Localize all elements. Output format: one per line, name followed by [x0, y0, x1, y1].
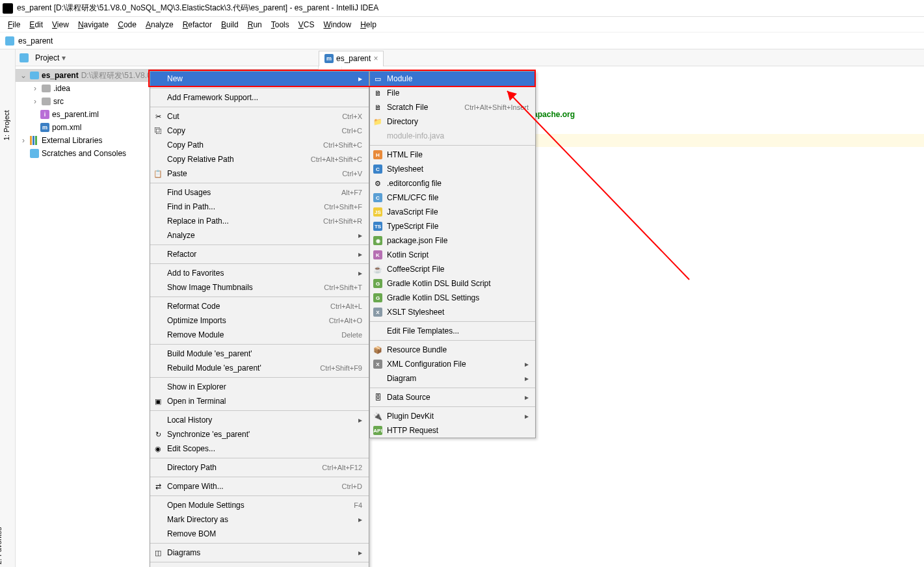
- editor-tab[interactable]: m es_parent ×: [319, 51, 384, 66]
- menu-item[interactable]: ◉Edit Scopes...: [150, 442, 369, 456]
- menu-item[interactable]: ↻Synchronize 'es_parent': [150, 427, 369, 442]
- menu-item[interactable]: Mark Directory as▸: [150, 512, 369, 527]
- menu-item[interactable]: ◫Diagrams▸: [150, 546, 369, 560]
- menu-item[interactable]: Find in Path...Ctrl+Shift+F: [150, 200, 369, 214]
- menu-item-label: Find in Path...: [167, 202, 215, 211]
- menu-edit[interactable]: Edit: [25, 19, 47, 31]
- menu-item-label: .editorconfig file: [387, 179, 442, 188]
- menu-item[interactable]: 🗎File: [370, 86, 535, 100]
- menu-item[interactable]: Copy Relative PathCtrl+Alt+Shift+C: [150, 152, 369, 166]
- menu-item-icon: 📋: [153, 169, 163, 178]
- menu-shortcut: Ctrl+D: [323, 482, 362, 490]
- menu-item[interactable]: Replace in Path...Ctrl+Shift+R: [150, 214, 369, 228]
- submenu-arrow-icon: ▸: [345, 269, 362, 278]
- menu-item[interactable]: Rebuild Module 'es_parent'Ctrl+Shift+F9: [150, 361, 369, 375]
- menu-item[interactable]: ⿻CopyCtrl+C: [150, 124, 369, 138]
- menu-help[interactable]: Help: [356, 19, 380, 31]
- menu-item[interactable]: KKotlin Script: [370, 248, 535, 262]
- menu-analyze[interactable]: Analyze: [142, 19, 178, 31]
- menu-item[interactable]: Local History▸: [150, 413, 369, 427]
- menu-navigate[interactable]: Navigate: [74, 19, 112, 31]
- menu-tools[interactable]: Tools: [267, 19, 293, 31]
- context-menu[interactable]: New▸Add Framework Support...✂CutCtrl+X⿻C…: [150, 71, 369, 567]
- project-panel-title[interactable]: Project: [35, 53, 59, 62]
- menu-item[interactable]: Remove ModuleDelete: [150, 328, 369, 342]
- menu-item-icon: TS: [373, 222, 382, 231]
- menu-item[interactable]: New▸: [150, 72, 369, 86]
- menu-item[interactable]: Show in Explorer: [150, 380, 369, 394]
- new-submenu[interactable]: ▭Module🗎File🗎Scratch FileCtrl+Alt+Shift+…: [369, 71, 536, 438]
- menu-item[interactable]: Build Module 'es_parent': [150, 347, 369, 361]
- chevron-right-icon[interactable]: ›: [31, 97, 39, 106]
- menu-vcs[interactable]: VCS: [295, 19, 319, 31]
- menu-item[interactable]: XXSLT Stylesheet: [370, 305, 535, 319]
- menu-item[interactable]: ▭Module: [370, 72, 535, 86]
- menu-item[interactable]: CCFML/CFC file: [370, 191, 535, 205]
- menu-item[interactable]: TSTypeScript File: [370, 219, 535, 233]
- menu-item[interactable]: ⇄Compare With...Ctrl+D: [150, 479, 369, 494]
- menu-run[interactable]: Run: [244, 19, 266, 31]
- menu-item[interactable]: 🗎Scratch FileCtrl+Alt+Shift+Insert: [370, 100, 535, 114]
- menu-item-label: Directory Path: [167, 463, 217, 472]
- menu-item[interactable]: Edit File Templates...: [370, 324, 535, 338]
- menu-item[interactable]: Find UsagesAlt+F7: [150, 185, 369, 200]
- menu-item[interactable]: ☕CoffeeScript File: [370, 262, 535, 276]
- folder-icon: [30, 72, 39, 79]
- tree-item-label: src: [53, 97, 64, 106]
- tool-tab-favorites[interactable]: 2: Favorites: [0, 527, 3, 564]
- menu-item-label: package.json File: [387, 236, 447, 245]
- library-icon: [30, 136, 39, 145]
- chevron-down-icon[interactable]: ⌄: [20, 71, 27, 80]
- menu-item[interactable]: ⚙.editorconfig file: [370, 176, 535, 191]
- breadcrumb-bar: es_parent: [0, 33, 924, 49]
- menu-item[interactable]: 🗄Data Source▸: [370, 390, 535, 404]
- menu-item[interactable]: Optimize ImportsCtrl+Alt+O: [150, 313, 369, 328]
- menu-item[interactable]: Refactor▸: [150, 247, 369, 261]
- close-icon[interactable]: ×: [373, 54, 378, 63]
- menu-separator: [150, 477, 369, 477]
- menu-item[interactable]: 📦Resource Bundle: [370, 343, 535, 357]
- menu-item[interactable]: XXML Configuration File▸: [370, 357, 535, 371]
- menu-item-label: New: [167, 74, 183, 83]
- menu-item[interactable]: JSJavaScript File: [370, 205, 535, 219]
- menu-item-label: Mark Directory as: [167, 515, 228, 524]
- menu-item[interactable]: HHTML File: [370, 148, 535, 162]
- project-dropdown-arrow[interactable]: ▾: [62, 53, 66, 62]
- chevron-right-icon[interactable]: ›: [20, 136, 27, 145]
- menu-item[interactable]: Directory PathCtrl+Alt+F12: [150, 460, 369, 475]
- menu-item[interactable]: GGradle Kotlin DSL Settings: [370, 291, 535, 305]
- menu-item[interactable]: APIHTTP Request: [370, 423, 535, 438]
- menu-item[interactable]: CStylesheet: [370, 162, 535, 176]
- menu-item[interactable]: Add Framework Support...: [150, 90, 369, 105]
- breadcrumb-text[interactable]: es_parent: [18, 36, 53, 46]
- menu-item[interactable]: 📁Directory: [370, 114, 535, 129]
- menu-item[interactable]: ▣Open in Terminal: [150, 394, 369, 408]
- menu-item-icon: ✂: [153, 112, 163, 121]
- menu-item-label: TypeScript File: [387, 222, 438, 231]
- menu-window[interactable]: Window: [319, 19, 355, 31]
- menu-item[interactable]: 🔌Plugin DevKit▸: [370, 409, 535, 423]
- menu-item[interactable]: Open Module SettingsF4: [150, 498, 369, 512]
- menu-item[interactable]: 📋PasteCtrl+V: [150, 166, 369, 181]
- menu-item[interactable]: Copy PathCtrl+Shift+C: [150, 138, 369, 152]
- chevron-right-icon[interactable]: ›: [31, 84, 39, 93]
- menu-item[interactable]: Remove BOM: [150, 527, 369, 541]
- menu-view[interactable]: View: [48, 19, 73, 31]
- menu-item[interactable]: GGradle Kotlin DSL Build Script: [370, 276, 535, 291]
- menu-refactor[interactable]: Refactor: [179, 19, 216, 31]
- menu-item[interactable]: Analyze▸: [150, 228, 369, 243]
- menu-item[interactable]: Reformat CodeCtrl+Alt+L: [150, 299, 369, 313]
- menu-item[interactable]: Diagram▸: [370, 371, 535, 386]
- menu-item-label: Scratch File: [387, 103, 428, 112]
- tool-tab-project[interactable]: 1: Project: [3, 111, 10, 140]
- menu-file[interactable]: File: [4, 19, 24, 31]
- menu-item[interactable]: ✂CutCtrl+X: [150, 109, 369, 124]
- menu-item[interactable]: mMaven▸: [150, 564, 369, 567]
- menu-item[interactable]: Add to Favorites▸: [150, 266, 369, 280]
- menu-item[interactable]: ◉package.json File: [370, 233, 535, 248]
- menu-build[interactable]: Build: [217, 19, 243, 31]
- menu-shortcut: Ctrl+Shift+C: [304, 141, 362, 149]
- menu-item[interactable]: Show Image ThumbnailsCtrl+Shift+T: [150, 280, 369, 295]
- menu-shortcut: Ctrl+Alt+Shift+Insert: [445, 103, 529, 111]
- menu-code[interactable]: Code: [114, 19, 140, 31]
